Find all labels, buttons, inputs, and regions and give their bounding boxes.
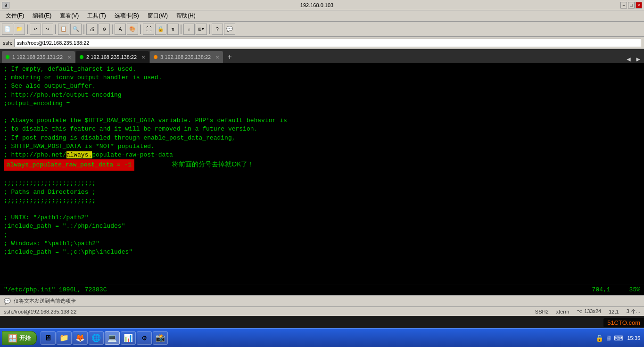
clock-time: 15:35 [627, 335, 640, 341]
tab-3-close[interactable]: ✕ [215, 55, 219, 60]
taskbar-item-8[interactable]: 📸 [153, 331, 168, 345]
toolbar-btn-3[interactable]: ↪ [42, 24, 53, 35]
toolbar-print-btn[interactable]: 🖨 [86, 24, 98, 35]
address-label: ssh: [3, 40, 12, 46]
window-controls[interactable]: − □ ✕ [620, 2, 642, 8]
ssh-status-right: SSH2 xterm ⌥ 133x24 12,1 3 个... [535, 308, 640, 315]
toolbar-group-1: 📄 📁 [2, 24, 25, 35]
tab-1-label: 1 192.168.235.131:22 [12, 54, 63, 60]
terminal-line-20: ; [4, 231, 640, 240]
terminal-line-21: ; Windows: "\path1;\path2" [4, 240, 640, 248]
tab-2[interactable]: 2 192.168.235.138:22 ✕ [76, 51, 149, 63]
toolbar-help-btn[interactable]: ? [212, 24, 223, 35]
toolbar-sep-3 [83, 25, 84, 34]
tab-3-label: 3 192.168.235.138:22 [160, 54, 211, 60]
terminal-status-file: "/etc/php.ini" 1996L, 72383C [4, 286, 107, 293]
toolbar-sep-6 [181, 25, 182, 34]
tab-nav-prev[interactable]: ◀ [625, 55, 632, 63]
terminal-line-10: ; $HTTP_RAW_POST_DATA is *NOT* populated… [4, 142, 640, 151]
toolbar-fullscreen-btn[interactable]: ⛶ [143, 24, 154, 35]
terminal-line-3: ; See also output_buffer. [4, 82, 640, 91]
bottom-info-bar: 💬 仅将文本发送到当前选项卡 [0, 295, 644, 306]
tab-nav: ◀ ▶ [625, 55, 642, 63]
terminal-content[interactable]: ; If empty, default_charset is used. ; m… [0, 63, 644, 284]
toolbar-lock-btn[interactable]: 🔒 [155, 24, 166, 35]
toolbar-sep-1 [27, 25, 28, 34]
menu-help[interactable]: 帮助(H) [173, 11, 199, 21]
menu-view[interactable]: 查看(V) [56, 11, 83, 21]
terminal-line-4: ; http://php.net/output-encoding [4, 91, 640, 99]
ssh-status-bar: ssh://root@192.168.235.138:22 SSH2 xterm… [0, 306, 644, 316]
bottom-info-text: 仅将文本发送到当前选项卡 [14, 297, 76, 305]
toolbar-find-btn[interactable]: 🔍 [70, 24, 82, 35]
terminal-line-17 [4, 205, 640, 214]
terminal-line-7: ; Always populate the $HTTP_RAW_POST_DAT… [4, 116, 640, 125]
ssh2-label: SSH2 [535, 309, 549, 314]
tray-ssh-icon: 🖥 [605, 334, 612, 342]
title-bar-icon-group: 🖥 [2, 2, 9, 8]
maximize-button[interactable]: □ [628, 2, 635, 8]
address-input[interactable] [14, 39, 641, 47]
toolbar-open-button[interactable]: 📁 [14, 24, 25, 35]
close-button[interactable]: ✕ [636, 2, 642, 8]
taskbar-item-3[interactable]: 🦊 [73, 331, 88, 345]
toolbar-btn-2[interactable]: ↩ [30, 24, 41, 35]
toolbar-sep-5 [140, 25, 141, 34]
terminal-status-pos: 704,1 [592, 286, 611, 293]
menu-tools[interactable]: 工具(T) [83, 11, 109, 21]
terminal-size-label: ⌥ 133x24 [577, 308, 601, 314]
taskbar-right: 🔒 🖥 ⌨ 15:35 [595, 334, 642, 342]
taskbar-item-2[interactable]: 📁 [57, 331, 72, 345]
taskbar-item-4[interactable]: 🌐 [89, 331, 104, 345]
start-button[interactable]: 🪟 开始 [2, 331, 37, 345]
tab-2-indicator [80, 55, 83, 59]
terminal-line-14: ;;;;;;;;;;;;;;;;;;;;;;;;; [4, 179, 640, 188]
tray-terminal-icon: ⌨ [614, 334, 623, 342]
menu-bar: 文件(F) 编辑(E) 查看(V) 工具(T) 选项卡(B) 窗口(W) 帮助(… [0, 10, 644, 22]
terminal-line-22: ;include_path = ".;c:\php\includes" [4, 248, 640, 256]
xterm-label: xterm [556, 309, 570, 314]
minimize-button[interactable]: − [620, 2, 627, 8]
terminal-line-15: ; Paths and Directories ; [4, 188, 640, 197]
toolbar-settings-btn[interactable]: ⚙ [99, 24, 110, 35]
taskbar-item-1[interactable]: 🖥 [41, 331, 56, 345]
terminal-line-11: ; http://php.net/always.populate-raw-pos… [4, 151, 640, 159]
address-bar: ssh: [0, 37, 644, 49]
toolbar-transfer-btn[interactable]: ⇅ [167, 24, 179, 35]
terminal-line-18: ; UNIX: "/path1:/path2" [4, 214, 640, 222]
tab-2-close[interactable]: ✕ [141, 55, 145, 60]
tab-nav-next[interactable]: ▶ [635, 55, 642, 63]
tab-3-indicator [154, 55, 157, 59]
menu-edit[interactable]: 编辑(E) [29, 11, 55, 21]
tab-3[interactable]: 3 192.168.235.138:22 ✕ [150, 51, 223, 63]
tab-bar: 1 192.168.235.131:22 ✕ 2 192.168.235.138… [0, 49, 644, 63]
toolbar-nav-btn[interactable]: ⊞▾ [196, 24, 207, 35]
terminal-line-1: ; If empty, default_charset is used. [4, 65, 640, 74]
terminal-line-13 [4, 171, 640, 179]
toolbar: 📄 📁 ↩ ↪ 📋 🔍 🖨 ⚙ A 🎨 ⛶ 🔒 ⇅ ☆ ⊞▾ ? 💬 [0, 22, 644, 37]
taskbar-item-7[interactable]: ⚙ [137, 331, 152, 345]
toolbar-new-button[interactable]: 📄 [2, 24, 13, 35]
terminal-line-9: ; If post reading is disabled through en… [4, 134, 640, 142]
tab-1-close[interactable]: ✕ [67, 55, 71, 60]
toolbar-chat-btn[interactable]: 💬 [224, 24, 235, 35]
terminal-line-2: ; mbstring or iconv output handler is us… [4, 74, 640, 82]
toolbar-sep-2 [55, 25, 56, 34]
toolbar-bookmark-btn[interactable]: ☆ [183, 24, 195, 35]
session-count-label: 3 个... [627, 308, 640, 315]
toolbar-font-btn[interactable]: A [115, 24, 126, 35]
menu-window[interactable]: 窗口(W) [144, 11, 172, 21]
tab-1[interactable]: 1 192.168.235.131:22 ✕ [2, 51, 75, 63]
window-title: 192.168.0.103 [13, 2, 620, 8]
cursor-pos-label: 12,1 [609, 309, 619, 314]
menu-tabs[interactable]: 选项卡(B) [111, 11, 143, 21]
terminal-status-bar: "/etc/php.ini" 1996L, 72383C 704,1 35% [0, 284, 644, 295]
toolbar-copy-btn[interactable]: 📋 [58, 24, 69, 35]
toolbar-color-btn[interactable]: 🎨 [127, 24, 138, 35]
clock-display: 15:35 [627, 335, 640, 341]
taskbar-item-5-active[interactable]: 💻 [105, 331, 120, 345]
ssh-status-address: ssh://root@192.168.235.138:22 [4, 309, 76, 314]
new-tab-button[interactable]: + [224, 52, 235, 63]
taskbar-item-6[interactable]: 📊 [121, 331, 136, 345]
menu-file[interactable]: 文件(F) [2, 11, 28, 21]
